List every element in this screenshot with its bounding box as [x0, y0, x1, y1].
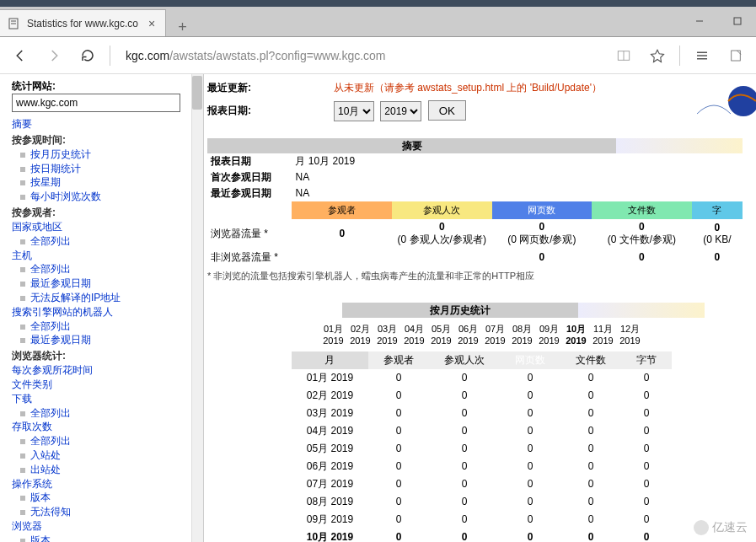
forward-button[interactable] [39, 40, 69, 71]
link-download[interactable]: 下载 [12, 392, 196, 406]
h-hits: 文件数 [560, 351, 621, 369]
link-browser-sub-0[interactable]: 版本 [12, 534, 196, 542]
sub: (0 KB/ [703, 233, 731, 245]
hist-cell: 0 [429, 369, 500, 387]
monthnav-4: 05月2019 [428, 323, 455, 346]
hist-cell: 01月 2019 [292, 369, 368, 387]
sub: (0 文件数/参观) [608, 233, 676, 245]
watermark: 亿速云 [694, 520, 748, 535]
hist-cell: 0 [368, 405, 429, 422]
link-country-sub-0[interactable]: 全部列出 [12, 234, 196, 249]
address-bar[interactable]: kgc.com/awstats/awstats.pl?config=www.kg… [117, 42, 605, 69]
link-host-sub-2[interactable]: 无法反解译的IP地址 [12, 291, 196, 305]
favorite-icon[interactable] [642, 48, 673, 63]
refresh-button[interactable] [72, 40, 103, 71]
h-pages: 网页数 [500, 351, 560, 369]
notes-icon[interactable] [721, 48, 751, 63]
link-os-sub-0[interactable]: 版本 [12, 491, 196, 505]
monthnav-8: 09月2019 [536, 323, 563, 346]
month-nav: 01月201902月201903月201904月201905月201906月20… [207, 318, 756, 351]
link-country[interactable]: 国家或地区 [12, 220, 196, 234]
new-tab-button[interactable]: + [166, 19, 199, 36]
hist-cell: 0 [560, 511, 621, 529]
window-maximize[interactable] [718, 6, 756, 36]
hist-cell: 0 [621, 493, 672, 511]
link-when-3[interactable]: 每小时浏览次数 [12, 190, 196, 204]
val: 0 [439, 221, 445, 233]
hist-cell: 0 [500, 529, 560, 543]
link-when-2[interactable]: 按星期 [12, 175, 196, 190]
link-filetype[interactable]: 文件类别 [12, 378, 196, 392]
hist-cell: 06月 2019 [292, 458, 368, 475]
link-robot[interactable]: 搜索引擎网站的机器人 [12, 305, 196, 319]
col-pages: 网页数 [492, 201, 592, 219]
reading-view-icon[interactable] [609, 48, 639, 63]
link-host[interactable]: 主机 [12, 249, 196, 263]
table-row: 06月 201900000 [292, 458, 672, 475]
year-select[interactable]: 2019 [380, 101, 421, 121]
link-url-sub-1[interactable]: 入站处 [12, 448, 196, 463]
page-icon [7, 17, 20, 30]
link-url-sub-0[interactable]: 全部列出 [12, 434, 196, 448]
link-summary[interactable]: 摘要 [12, 117, 196, 131]
link-host-sub-1[interactable]: 最近参观日期 [12, 276, 196, 291]
link-url-sub-2[interactable]: 出站处 [12, 463, 196, 477]
summary-r1l: 报表日期 [207, 153, 292, 169]
hub-icon[interactable] [687, 48, 717, 63]
ok-button[interactable]: OK [428, 100, 466, 121]
history-table: 月 参观者 参观人次 网页数 文件数 字节 01月 20190000002月 2… [292, 351, 672, 543]
browser-toolbar: kgc.com/awstats/awstats.pl?config=www.kg… [0, 37, 756, 74]
monthnav-11: 12月2019 [617, 323, 644, 346]
summary-r3v: NA [292, 185, 743, 201]
hist-cell: 0 [621, 475, 672, 493]
monthnav-10: 11月2019 [590, 323, 617, 346]
section-summary: 摘要 [207, 138, 616, 153]
hist-cell: 0 [621, 529, 672, 543]
link-browser[interactable]: 浏览器 [12, 519, 196, 534]
hist-cell: 0 [500, 405, 560, 422]
window-minimize[interactable] [680, 6, 718, 36]
hist-cell: 0 [621, 422, 672, 440]
hist-cell: 10月 2019 [292, 529, 368, 543]
stat-site-label: 统计网站: [12, 80, 56, 92]
hist-cell: 07月 2019 [292, 475, 368, 493]
hist-cell: 0 [560, 369, 621, 387]
link-robot-sub-1[interactable]: 最近参观日期 [12, 333, 196, 347]
link-url[interactable]: 存取次数 [12, 420, 196, 434]
col-hits: 文件数 [592, 201, 692, 219]
link-host-sub-0[interactable]: 全部列出 [12, 262, 196, 276]
hdr-nav: 浏览器统计: [12, 349, 196, 363]
link-duration[interactable]: 每次参观所花时间 [12, 363, 196, 378]
hdr-when: 按参观时间: [12, 133, 196, 148]
link-when-1[interactable]: 按日期统计 [12, 162, 196, 176]
hist-cell: 0 [621, 440, 672, 458]
hist-cell: 0 [429, 458, 500, 475]
val: 0 [639, 221, 645, 233]
stat-site-input[interactable] [12, 94, 180, 112]
table-row: 08月 201900000 [292, 493, 672, 511]
link-download-sub-0[interactable]: 全部列出 [12, 406, 196, 421]
svg-rect-4 [734, 18, 741, 24]
hist-cell: 02月 2019 [292, 387, 368, 405]
hist-cell: 0 [560, 422, 621, 440]
link-robot-sub-0[interactable]: 全部列出 [12, 319, 196, 334]
month-select[interactable]: 10月 [334, 101, 374, 121]
back-button[interactable] [5, 40, 35, 71]
link-when-0[interactable]: 按月历史统计 [12, 148, 196, 162]
hist-cell: 0 [500, 511, 560, 529]
hist-cell: 0 [500, 440, 560, 458]
sidebar-scrollbar[interactable] [191, 74, 203, 542]
link-os-sub-1[interactable]: 无法得知 [12, 505, 196, 519]
val: 0 [339, 228, 345, 239]
tab-active[interactable]: Statistics for www.kgc.co × [0, 9, 166, 36]
hist-cell: 09月 2019 [292, 511, 368, 529]
monthnav-3: 04月2019 [401, 323, 428, 346]
hist-cell: 0 [560, 440, 621, 458]
val: 0 [539, 251, 544, 263]
tab-bar: Statistics for www.kgc.co × + [0, 7, 756, 37]
hist-cell: 05月 2019 [292, 440, 368, 458]
close-tab-icon[interactable]: × [145, 17, 158, 30]
link-os[interactable]: 操作系统 [12, 477, 196, 491]
hist-cell: 0 [368, 529, 429, 543]
hist-cell: 0 [621, 387, 672, 405]
